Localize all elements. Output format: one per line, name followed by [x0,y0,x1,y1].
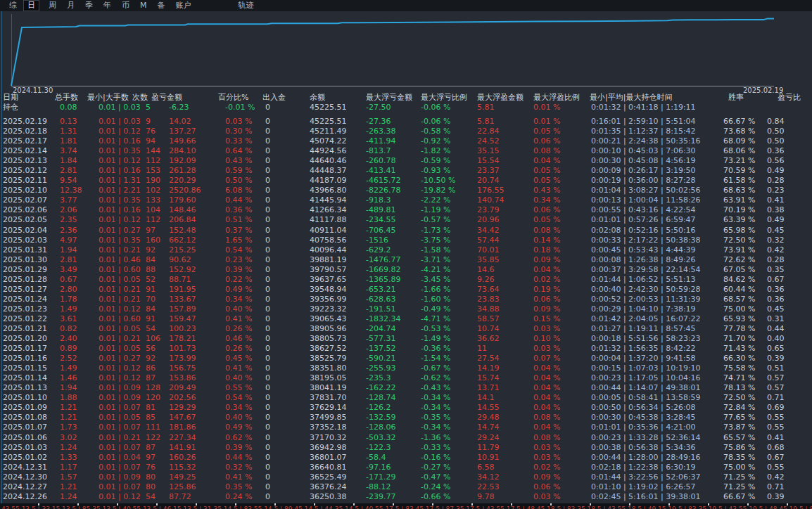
cell-max_float_loss_pct: -1.19 % [421,205,450,215]
cell-max_float_profit: 20.74 [477,176,500,186]
cell-win_rate: 63.39 % [723,215,755,225]
cell-min_max_lots: 0.01 | 0.60 [99,265,141,275]
table-row[interactable]: 2025.02.171.810.01 | 0.1694149.660.33 %0… [0,136,812,146]
col-header-win_rate[interactable]: 胜率 [728,92,744,103]
cell-pnl_ratio: 0.40 [767,334,785,344]
col-header-total_lots[interactable]: 总手数 [55,92,78,103]
cell-cash_flow: 0 [265,136,270,146]
cell-pnl_ratio: 0.56 [767,156,785,166]
col-header-count[interactable]: 次数 [132,92,148,103]
table-row[interactable]: 2025.01.063.020.01 | 0.21122227.340.62 %… [0,433,812,443]
table-row[interactable]: 2025.01.162.520.01 | 0.2792173.990.45 %0… [0,354,812,363]
menu-item-备[interactable]: 备 [156,1,167,11]
table-row[interactable]: 2025.02.062.060.01 | 0.16104148.460.36 %… [0,205,812,215]
cell-pnl_ratio: 0.55 [767,423,785,432]
table-row[interactable]: 2025.02.052.350.01 | 0.12112206.840.51 %… [0,215,812,225]
table-row[interactable]: 2025.01.151.490.01 | 0.1286156.750.41 %0… [0,363,812,373]
col-header-balance[interactable]: 余额 [310,92,325,103]
cell-max_float_profit: 9.26 [477,275,495,285]
cell-pnl_ratio: 0.35 [767,265,785,275]
table-row[interactable]: 2025.01.101.880.01 | 0.09120202.560.54 %… [0,393,812,403]
position-summary-row[interactable]: 持仓0.080.01 | 0.035-6.23-0.01 %045225.51-… [0,103,812,112]
menu-item-账户[interactable]: 账户 [175,1,193,11]
cell-pct: 0.41 % [225,472,252,482]
cell-max_float_loss_pct: -0.33 % [421,443,450,453]
table-row[interactable]: 2025.02.034.970.01 | 0.35160662.121.65 %… [0,236,812,245]
menu-item-币[interactable]: 币 [120,1,131,11]
table-row[interactable]: 2024.12.301.570.01 | 0.0980149.250.41 %0… [0,472,812,482]
table-row[interactable]: 2024.12.271.210.01 | 0.0780125.860.35 %0… [0,482,812,492]
table-row[interactable]: 2025.01.210.820.01 | 0.0554100.230.26 %0… [0,324,812,334]
table-row[interactable]: 2025.02.190.130.01 | 0.03914.020.03 %045… [0,117,812,127]
table-row[interactable]: 2025.02.119.540.01 | 1.31190220.290.50 %… [0,176,812,186]
table-row[interactable]: 2025.01.223.610.01 | 0.6091159.470.41 %0… [0,314,812,324]
cell-date: 2025.02.03 [3,236,47,245]
cell-cash_flow: 0 [265,226,270,236]
table-row[interactable]: 2025.01.021.330.01 | 0.0497160.260.44 %0… [0,453,812,463]
cell-hold_time: 0:01:01 | 0:57:26 | 6:59:47 [591,215,696,225]
cell-total_lots: 0.67 [60,275,77,285]
col-header-hold_time[interactable]: 最小|平均|最大持仓时间 [590,92,672,103]
table-row[interactable]: 2025.01.031.240.01 | 0.0787141.910.39 %0… [0,443,812,453]
col-header-max_float_profit[interactable]: 最大浮盈金额 [477,92,524,103]
col-header-max_float_loss[interactable]: 最大浮亏金额 [366,92,412,103]
table-row[interactable]: 2025.01.202.400.01 | 0.21106178.210.46 %… [0,334,812,344]
table-row[interactable]: 2025.02.143.740.01 | 0.35144284.100.64 %… [0,146,812,156]
menu-item-季[interactable]: 季 [84,1,94,11]
cell-pct: 0.24 % [225,492,252,502]
table-row[interactable]: 2024.12.311.170.01 | 0.0776115.320.32 %0… [0,463,812,472]
menu-item-周[interactable]: 周 [47,1,58,11]
col-header-cash_flow[interactable]: 出入金 [262,92,286,103]
table-row[interactable]: 2025.02.181.310.01 | 0.1276137.270.30 %0… [0,127,812,136]
cell-count: 102 [146,186,160,195]
col-header-max_float_loss_pct[interactable]: 最大浮亏比例 [421,92,467,103]
cell-max_float_profit_pct: 0.03 % [533,324,560,334]
cell-cash_flow: 0 [265,186,270,195]
cell-max_float_loss_pct: -0.67 % [421,363,450,373]
table-row[interactable]: 2025.01.311.940.01 | 0.2192215.250.54 %0… [0,245,812,255]
table-row[interactable]: 2025.01.141.460.01 | 0.1287153.860.40 %0… [0,373,812,383]
col-header-max_float_profit_pct[interactable]: 最大浮盈比例 [533,92,580,103]
cell-max_float_profit_pct: 0.09 % [533,255,560,265]
cell-max_float_loss_pct: -0.16 % [421,453,450,463]
table-row[interactable]: 2025.01.071.730.01 | 0.07111181.860.49 %… [0,423,812,432]
menu-item-月[interactable]: 月 [65,1,76,11]
cell-min_max_lots: 0.01 | 0.16 [99,205,141,215]
footer-ticker: 43.55 13.5 | 33.15 13.5 | 85.35 13.5 | 4… [1,505,812,509]
cell-pnl_ratio: 0.55 [767,413,785,423]
col-header-pnl_ratio[interactable]: 盈亏比 [778,92,801,103]
menu-item-综[interactable]: 综 [8,1,18,11]
cell-date: 2025.01.28 [3,275,47,285]
menu-item-日[interactable]: 日 [23,0,39,11]
table-row[interactable]: 2025.01.131.940.01 | 0.09128209.490.55 %… [0,383,812,393]
table-row[interactable]: 2025.01.170.890.01 | 0.0556101.730.26 %0… [0,344,812,354]
table-row[interactable]: 2025.01.241.780.01 | 0.2170133.670.34 %0… [0,295,812,304]
col-header-date[interactable]: 日期 [3,92,18,103]
cell-max_float_loss_pct: -0.49 % [421,304,450,314]
table-row[interactable]: 2025.02.122.810.01 | 0.16153261.280.59 %… [0,166,812,176]
cell-total_lots: 0.13 [60,117,77,127]
col-header-pnl[interactable]: 盈亏金额 [151,92,182,103]
cell-pnl_ratio: 0.68 [767,443,785,453]
cell-pnl: 206.84 [169,215,196,225]
table-row[interactable]: 2025.01.272.800.01 | 0.2191191.950.49 %0… [0,285,812,295]
col-header-min_max_lots[interactable]: 最小|大手数 [87,92,129,103]
table-row[interactable]: 2024.12.261.240.01 | 0.125487.720.24 %03… [0,492,812,502]
col-header-pct[interactable]: 百分比% [218,92,248,103]
cell-win_rate: 75.86 % [723,443,755,453]
table-row[interactable]: 2025.01.081.210.01 | 0.0585147.670.40 %0… [0,413,812,423]
menu-item-轨迹[interactable]: 轨迹 [237,1,255,11]
table-row[interactable]: 2025.01.280.670.01 | 0.055288.710.22 %03… [0,275,812,285]
cell-max_float_profit_pct: 0.08 % [533,226,560,236]
table-row[interactable]: 2025.02.1012.380.01 | 2.211022520.866.08… [0,186,812,195]
table-row[interactable]: 2025.01.231.490.01 | 0.1284157.890.40 %0… [0,304,812,314]
cell-balance: 39790.57 [310,265,347,275]
table-row[interactable]: 2025.01.302.810.01 | 0.468490.620.23 %03… [0,255,812,265]
table-row[interactable]: 2025.01.293.490.01 | 0.6088152.920.39 %0… [0,265,812,275]
table-row[interactable]: 2025.02.073.770.01 | 0.35133179.600.44 %… [0,195,812,205]
menu-item-M[interactable]: M [139,1,148,11]
menu-item-年[interactable]: 年 [102,1,113,11]
table-row[interactable]: 2025.02.042.360.01 | 0.2797152.480.37 %0… [0,226,812,236]
table-row[interactable]: 2025.01.091.210.01 | 0.0781129.290.34 %0… [0,403,812,413]
table-row[interactable]: 2025.02.131.840.01 | 0.12112192.090.43 %… [0,156,812,166]
